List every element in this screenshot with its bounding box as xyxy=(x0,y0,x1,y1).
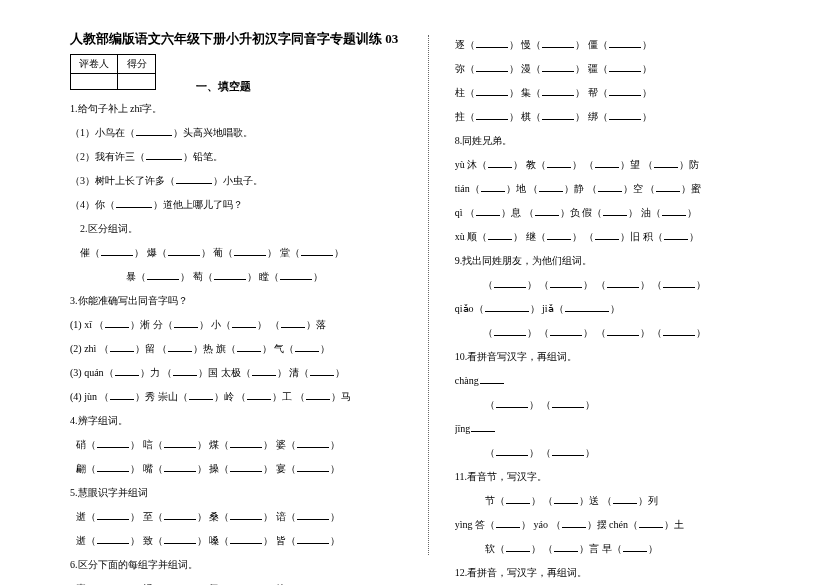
r10-a: chàng xyxy=(455,371,807,390)
q3-d: (4) jùn （）秀 崇山（）岭 （）工 （）马 xyxy=(70,387,440,406)
q2-a: 催（） 爆（） 葡（） 堂（） xyxy=(70,243,440,262)
q1-b: （2）我有许三（）铅笔。 xyxy=(70,147,440,166)
r1-a: 逐（） 慢（） 僵（） xyxy=(455,35,807,54)
r8-a: yù 沐（） 教（） （）望 （）防 xyxy=(455,155,807,174)
q1-a: （1）小鸟在（）头高兴地唱歌。 xyxy=(70,123,440,142)
q2-heading: 2.区分组词。 xyxy=(70,219,440,238)
q5-b: 逝（） 致（） 嗓（） 皆（） xyxy=(70,531,440,550)
score-table: 评卷人得分 xyxy=(70,54,156,90)
r1-d: 拄（） 棋（） 绑（） xyxy=(455,107,807,126)
r11-a: 节（） （）送 （）列 xyxy=(455,491,807,510)
section-1-title: 一、填空题 xyxy=(196,79,251,94)
r1-c: 柱（） 集（） 帮（） xyxy=(455,83,807,102)
r11-b: yìng 答（） yáo （）摆 chén（）土 xyxy=(455,515,807,534)
r11-heading: 11.看音节，写汉字。 xyxy=(455,467,807,486)
q3-b: (2) zhì （）留 （）热 旗（） 气（） xyxy=(70,339,440,358)
q5-heading: 5.慧眼识字并组词 xyxy=(70,483,440,502)
q1-c: （3）树叶上长了许多（）小虫子。 xyxy=(70,171,440,190)
r9-c: （） （） （） （） xyxy=(455,323,807,342)
r10-c: jīng xyxy=(455,419,807,438)
r10-heading: 10.看拼音写汉字，再组词。 xyxy=(455,347,807,366)
q1-d: （4）你（）道他上哪儿了吗？ xyxy=(70,195,440,214)
r8-b: tián（）地 （）静 （）空 （）蜜 xyxy=(455,179,807,198)
q3-c: (3) quán（）力 （）国 太极（） 清（） xyxy=(70,363,440,382)
column-divider xyxy=(428,35,429,555)
r1-b: 弥（） 漫（） 疆（） xyxy=(455,59,807,78)
r8-d: xù 顺（） 继（） （）旧 积（） xyxy=(455,227,807,246)
q4-b: 翩（） 嘴（） 操（） 宴（） xyxy=(70,459,440,478)
score-col1: 评卷人 xyxy=(71,55,118,74)
score-col2: 得分 xyxy=(118,55,156,74)
q3-a: (1) xī （）淅 分（） 小（） （）落 xyxy=(70,315,440,334)
q6-heading: 6.区分下面的每组字并组词。 xyxy=(70,555,440,574)
r11-c: 软（） （）言 早（） xyxy=(455,539,807,558)
r9-heading: 9.找出同姓朋友，为他们组词。 xyxy=(455,251,807,270)
r10-d: （） （） xyxy=(455,443,807,462)
q4-heading: 4.辨字组词。 xyxy=(70,411,440,430)
r8-c: qì （）息 （）负 假（） 油（） xyxy=(455,203,807,222)
q6-a: 素（） 矫（） 氦（） 静（） xyxy=(70,579,440,585)
q2-b: 暴（） 萄（） 瞠（） xyxy=(70,267,440,286)
doc-title: 人教部编版语文六年级下册小升初汉字同音字专题训练 03 xyxy=(70,30,440,48)
r8-heading: 8.同姓兄弟。 xyxy=(455,131,807,150)
r9-b: qiǎo（） jiǎ（） xyxy=(455,299,807,318)
r9-a: （） （） （） （） xyxy=(455,275,807,294)
r10-b: （） （） xyxy=(455,395,807,414)
q5-a: 逝（） 至（） 桑（） 谙（） xyxy=(70,507,440,526)
q3-heading: 3.你能准确写出同音字吗？ xyxy=(70,291,440,310)
q1-heading: 1.给句子补上 zhī字。 xyxy=(70,99,440,118)
r12-heading: 12.看拼音，写汉字，再组词。 xyxy=(455,563,807,582)
q4-a: 硝（） 唁（） 煤（） 婆（） xyxy=(70,435,440,454)
